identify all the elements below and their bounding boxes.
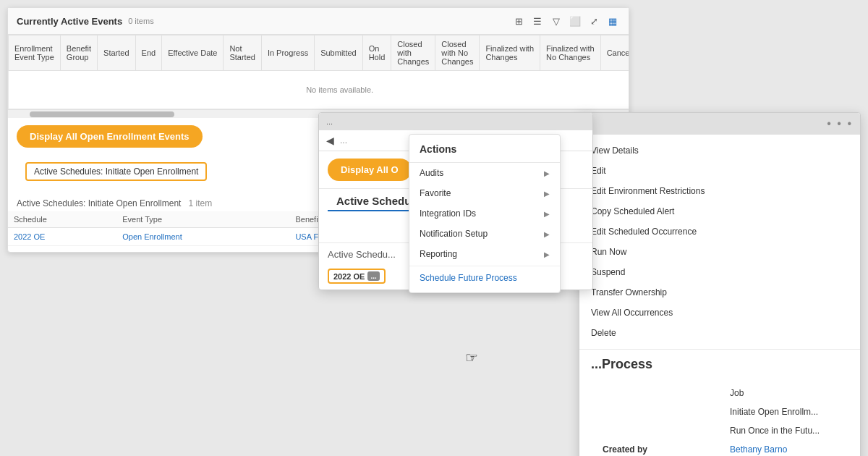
active-events-table: EnrollmentEvent Type BenefitGroup Starte… [8, 35, 629, 109]
right-panel: • • • View Details Edit Edit Environment… [579, 112, 861, 456]
col-benefit-group: BenefitGroup [60, 35, 97, 71]
toolbar-icon-filter[interactable]: ▽ [549, 14, 563, 28]
col-on-hold: OnHold [362, 35, 391, 71]
actions-title: Actions [409, 139, 560, 163]
actions-panel: Actions Audits ▶ Favorite ▶ Integration … [409, 134, 561, 293]
action-label-reporting: Reporting [420, 249, 457, 259]
action-item-notification-setup[interactable]: Notification Setup ▶ [409, 224, 560, 244]
sub-col-event-type: Event Type [116, 211, 289, 228]
col-not-started: NotStarted [224, 35, 261, 71]
cursor-hand-icon: ☞ [465, 349, 478, 366]
right-info-label-run-once [603, 426, 718, 436]
right-menu-run-now[interactable]: Run Now [579, 242, 860, 262]
right-info-label-job [603, 388, 718, 398]
right-panel-info-section: ...Process Job Initiate Open Enrollm... … [579, 349, 860, 456]
toolbar-icon-expand[interactable]: ⤢ [587, 14, 601, 28]
main-panel-header: Currently Active Events 0 items ⊞ ☰ ▽ ⬜ … [8, 8, 629, 35]
schedule-badge-dots[interactable]: ... [367, 271, 379, 281]
toolbar-icon-table[interactable]: ▦ [605, 14, 620, 28]
right-info-label-created-by: Created by [603, 444, 718, 455]
col-started: Started [98, 35, 135, 71]
right-menu-copy-scheduled-alert[interactable]: Copy Scheduled Alert [579, 201, 860, 221]
action-label-schedule-future-process: Schedule Future Process [420, 273, 517, 283]
chevron-icon-favorite: ▶ [544, 190, 550, 198]
right-info-value-created-by: Bethany Barno [730, 444, 787, 455]
toolbar-icon-grid[interactable]: ⊞ [511, 14, 526, 28]
col-in-progress: In Progress [261, 35, 314, 71]
action-label-notification-setup: Notification Setup [420, 229, 488, 239]
right-menu-view-all-occurrences[interactable]: View All Occurrences [579, 303, 860, 323]
table-container: EnrollmentEvent Type BenefitGroup Starte… [8, 35, 629, 109]
right-panel-dots-icon: • • • [827, 117, 853, 130]
no-items-text: No items available. [9, 71, 629, 109]
col-canceled: Canceled [600, 35, 629, 71]
action-item-favorite[interactable]: Favorite ▶ [409, 183, 560, 203]
right-info-row-job: Job [591, 384, 848, 402]
event-type-link[interactable]: Open Enrollment [122, 232, 182, 241]
right-info-value-run-once: Run Once in the Futu... [730, 426, 820, 436]
toolbar-icon-chart[interactable]: ⬜ [568, 14, 582, 28]
col-enrollment-event-type: EnrollmentEvent Type [9, 35, 61, 71]
action-divider [409, 266, 560, 266]
schedule-badge-label: 2022 OE [333, 272, 365, 281]
section-label-box[interactable]: Active Schedules: Initiate Open Enrollme… [25, 162, 207, 181]
right-menu-transfer-ownership[interactable]: Transfer Ownership [579, 282, 860, 303]
main-panel-title: Currently Active Events [17, 16, 122, 27]
right-panel-menu-items: View Details Edit Edit Environment Restr… [579, 135, 860, 349]
right-info-row-initiate: Initiate Open Enrollm... [591, 402, 848, 421]
action-item-integration-ids[interactable]: Integration IDs ▶ [409, 203, 560, 224]
chevron-icon-notification-setup: ▶ [544, 230, 550, 238]
sub-col-schedule: Schedule [8, 211, 116, 228]
col-end: End [135, 35, 162, 71]
middle-panel-header-text: ... [326, 117, 333, 126]
right-menu-suspend[interactable]: Suspend [579, 262, 860, 282]
col-submitted: Submitted [315, 35, 363, 71]
action-item-audits[interactable]: Audits ▶ [409, 163, 560, 183]
right-menu-edit-env-restrictions[interactable]: Edit Environment Restrictions [579, 181, 860, 201]
right-panel-header: • • • [579, 113, 860, 135]
right-info-row-run-once: Run Once in the Futu... [591, 421, 848, 440]
middle-display-all-btn[interactable]: Display All O [328, 159, 412, 181]
right-info-value-job: Job [730, 388, 744, 398]
right-menu-edit-scheduled-occurrence[interactable]: Edit Scheduled Occurrence [579, 221, 860, 242]
col-finalized-no-changes: Finalized withNo Changes [540, 35, 601, 71]
col-finalized-changes: Finalized withChanges [480, 35, 540, 71]
no-items-row: No items available. [9, 71, 629, 109]
col-effective-date: Effective Date [162, 35, 224, 71]
middle-panel-header: ... [319, 113, 592, 130]
col-closed-changes: ClosedwithChanges [391, 35, 435, 71]
action-item-reporting[interactable]: Reporting ▶ [409, 244, 560, 264]
right-menu-view-details[interactable]: View Details [579, 140, 860, 161]
right-menu-edit[interactable]: Edit [579, 161, 860, 181]
right-info-row-created-by: Created by Bethany Barno [591, 440, 848, 456]
action-item-schedule-future-process[interactable]: Schedule Future Process [409, 268, 560, 288]
toolbar: ⊞ ☰ ▽ ⬜ ⤢ ▦ [511, 14, 620, 28]
schedule-link[interactable]: 2022 OE [14, 232, 45, 241]
action-label-integration-ids: Integration IDs [420, 208, 476, 219]
scrollbar-thumb[interactable] [30, 111, 174, 117]
nav-breadcrumb: ... [340, 135, 347, 145]
right-menu-delete[interactable]: Delete [579, 323, 860, 343]
chevron-icon-integration-ids: ▶ [544, 210, 550, 218]
main-panel-badge: 0 items [128, 17, 153, 25]
schedule-badge[interactable]: 2022 OE ... [328, 269, 386, 284]
right-panel-section-title: ...Process [591, 357, 848, 372]
right-info-value-initiate: Initiate Open Enrollm... [730, 407, 818, 417]
chevron-icon-reporting: ▶ [544, 250, 550, 258]
chevron-icon-audits: ▶ [544, 169, 550, 177]
toolbar-icon-list[interactable]: ☰ [530, 14, 545, 28]
nav-back-arrow[interactable]: ◀ [326, 135, 334, 146]
action-label-favorite: Favorite [420, 188, 451, 198]
right-info-label-initiate [603, 407, 718, 417]
action-label-audits: Audits [420, 168, 443, 178]
display-all-btn[interactable]: Display All Open Enrollment Events [17, 125, 203, 148]
col-closed-no-changes: Closedwith NoChanges [435, 35, 480, 71]
